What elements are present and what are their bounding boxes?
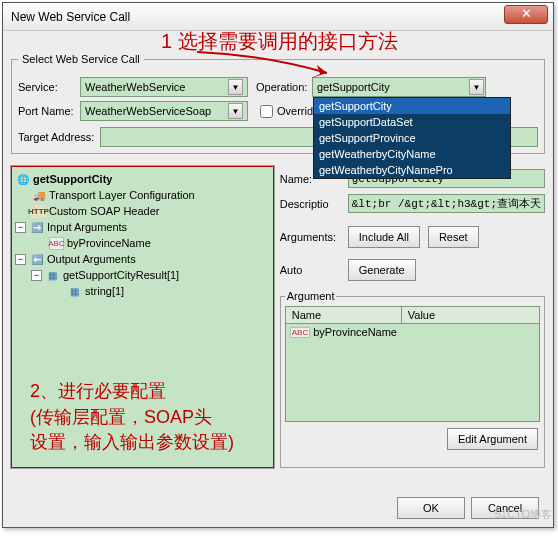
argument-group: Argument Name Value ABC byProvinceName E… — [280, 290, 545, 468]
ok-button[interactable]: OK — [397, 497, 465, 519]
annotation-arrow — [195, 49, 345, 89]
argument-grid[interactable]: Name Value ABC byProvinceName — [285, 306, 540, 422]
description-input[interactable]: &lt;br /&gt;&lt;h3&gt;查询本天 — [348, 194, 545, 213]
annotation-step1: 1 选择需要调用的接口方法 — [161, 28, 398, 55]
override-checkbox[interactable] — [260, 105, 273, 118]
reset-button[interactable]: Reset — [428, 226, 479, 248]
globe-icon: 🌐 — [15, 173, 30, 186]
auto-label: Auto — [280, 264, 348, 276]
truck-icon: 🚚 — [31, 189, 46, 202]
tree-item-in-param[interactable]: ABC byProvinceName — [15, 235, 270, 251]
dropdown-item[interactable]: getWeatherbyCityNamePro — [314, 162, 510, 178]
annotation-step2: 2、进行必要配置 (传输层配置，SOAP头 设置，输入输出参数设置) — [30, 379, 234, 455]
tree-item-out-result[interactable]: − ▦ getSupportCityResult[1] — [15, 267, 270, 283]
arg-name: byProvinceName — [313, 326, 397, 338]
properties-panel: Name: getSupportCity Descriptio &lt;br /… — [280, 166, 545, 468]
portname-combo[interactable]: WeatherWebServiceSoap ▼ — [80, 101, 248, 121]
http-icon: HTTP — [31, 205, 46, 218]
abc-icon: ABC — [290, 327, 310, 338]
tree-item-out-string[interactable]: ▦ string[1] — [15, 283, 270, 299]
dropdown-item[interactable]: getWeatherbyCityName — [314, 146, 510, 162]
dropdown-item[interactable]: getSupportProvince — [314, 130, 510, 146]
arrow-right-icon: ➡️ — [29, 221, 44, 234]
tree-panel: 🌐 getSupportCity 🚚 Transport Layer Confi… — [11, 166, 274, 468]
collapse-icon[interactable]: − — [15, 222, 26, 233]
operation-dropdown: getSupportCity getSupportDataSet getSupp… — [313, 97, 511, 179]
col-name: Name — [286, 307, 402, 323]
tree-root[interactable]: 🌐 getSupportCity — [15, 171, 270, 187]
include-all-button[interactable]: Include All — [348, 226, 420, 248]
portname-value: WeatherWebServiceSoap — [85, 105, 211, 117]
chevron-down-icon[interactable]: ▼ — [228, 103, 243, 119]
arguments-label: Arguments: — [280, 231, 348, 243]
collapse-icon[interactable]: − — [15, 254, 26, 265]
generate-button[interactable]: Generate — [348, 259, 416, 281]
service-label: Service: — [18, 81, 80, 93]
list-icon: ▦ — [45, 269, 60, 282]
override-label: Overrid — [277, 105, 313, 117]
watermark: 51CTO博客 — [495, 507, 552, 522]
argument-legend: Argument — [285, 290, 337, 302]
target-label: Target Address: — [18, 131, 94, 143]
tree-item-output-args[interactable]: − ⬅️ Output Arguments — [15, 251, 270, 267]
dropdown-item[interactable]: getSupportDataSet — [314, 114, 510, 130]
description-label: Descriptio — [280, 198, 348, 210]
grid-header: Name Value — [286, 307, 539, 324]
arrow-left-icon: ⬅️ — [29, 253, 44, 266]
chevron-down-icon[interactable]: ▼ — [469, 79, 484, 95]
edit-argument-button[interactable]: Edit Argument — [447, 428, 538, 450]
col-value: Value — [402, 307, 539, 323]
collapse-icon[interactable]: − — [31, 270, 42, 281]
dialog-window: New Web Service Call ✕ 1 选择需要调用的接口方法 Sel… — [2, 2, 554, 528]
tree-item-soap[interactable]: HTTP Custom SOAP Header — [15, 203, 270, 219]
group-legend: Select Web Service Call — [18, 53, 144, 65]
tree-item-transport[interactable]: 🚚 Transport Layer Configuration — [15, 187, 270, 203]
abc-icon: ABC — [49, 237, 64, 250]
service-value: WeatherWebService — [85, 81, 185, 93]
table-row[interactable]: ABC byProvinceName — [286, 324, 539, 340]
list-icon: ▦ — [67, 285, 82, 298]
portname-label: Port Name: — [18, 105, 80, 117]
titlebar: New Web Service Call ✕ — [3, 3, 553, 31]
window-title: New Web Service Call — [11, 10, 130, 24]
dropdown-item[interactable]: getSupportCity — [314, 98, 510, 114]
tree-item-input-args[interactable]: − ➡️ Input Arguments — [15, 219, 270, 235]
close-button[interactable]: ✕ — [504, 5, 548, 24]
